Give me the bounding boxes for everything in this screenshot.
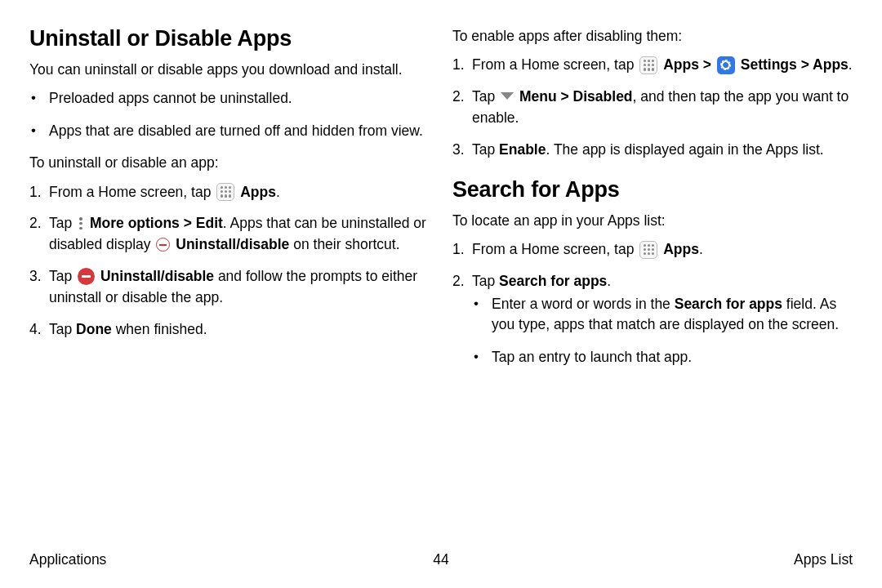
step-text: Tap: [49, 268, 76, 284]
step-text: Tap: [472, 273, 499, 289]
search-step-1: From a Home screen, tap Apps.: [472, 239, 853, 261]
step-text: From a Home screen, tap: [472, 56, 638, 73]
left-column: Uninstall or Disable Apps You can uninst…: [29, 26, 430, 379]
step-1: From a Home screen, tap Apps.: [49, 182, 430, 203]
search-apps-label: Search for apps: [499, 273, 607, 289]
manual-page: Uninstall or Disable Apps You can uninst…: [0, 0, 882, 588]
uninstall-disable-label: Uninstall/disable: [176, 236, 289, 252]
notes-list: Preloaded apps cannot be uninstalled. Ap…: [29, 88, 430, 141]
step-3: Tap Uninstall/disable and follow the pro…: [49, 266, 430, 309]
substep-enter-words: Enter a word or words in the Search for …: [492, 294, 853, 336]
search-substeps: Enter a word or words in the Search for …: [472, 294, 853, 368]
more-options-label: More options: [90, 215, 180, 231]
page-footer: Applications 44 Apps List: [29, 551, 853, 568]
menu-dropdown-icon: [501, 92, 514, 100]
apps-icon: [639, 241, 657, 259]
page-number: 44: [433, 551, 448, 568]
apps-label: Apps: [663, 241, 699, 257]
settings-label: Settings: [741, 56, 797, 73]
period: .: [849, 56, 853, 73]
chevron: >: [797, 56, 813, 73]
uninstall-disable-large-icon: [78, 268, 95, 285]
intro-paragraph: You can uninstall or disable apps you do…: [29, 60, 430, 80]
apps-icon: [639, 56, 657, 74]
enable-steps: From a Home screen, tap Apps > Settings …: [452, 55, 853, 161]
step-text: From a Home screen, tap: [49, 184, 215, 200]
two-column-layout: Uninstall or Disable Apps You can uninst…: [29, 26, 853, 379]
step-text: From a Home screen, tap: [472, 241, 638, 257]
more-options-icon: [78, 216, 84, 232]
step-text: when finished.: [112, 321, 207, 337]
footer-left: Applications: [29, 551, 106, 568]
period: .: [699, 241, 703, 257]
apps-label-bold: Apps: [813, 56, 849, 73]
note-disabled-hidden: Apps that are disabled are turned off an…: [49, 121, 430, 141]
substep-text: Enter a word or words in the: [492, 296, 675, 312]
apps-icon: [216, 183, 234, 201]
enable-step-1: From a Home screen, tap Apps > Settings …: [472, 55, 853, 76]
step-2: Tap More options > Edit. Apps that can b…: [49, 213, 430, 256]
menu-label: Menu: [519, 88, 557, 105]
substep-tap-entry: Tap an entry to launch that app.: [492, 347, 853, 368]
step-text: on their shortcut.: [289, 236, 399, 252]
step-text: Tap: [49, 321, 76, 337]
enable-step-3: Tap Enable. The app is displayed again i…: [472, 140, 853, 161]
step-4: Tap Done when finished.: [49, 319, 430, 341]
uninstall-disable-small-icon: [156, 238, 170, 252]
settings-icon: [717, 56, 735, 74]
right-column: To enable apps after disabling them: Fro…: [452, 26, 853, 379]
note-preloaded: Preloaded apps cannot be uninstalled.: [49, 88, 430, 109]
period: .: [607, 273, 611, 289]
heading-search-apps: Search for Apps: [452, 177, 853, 203]
step-text: Tap: [49, 215, 76, 231]
apps-label: Apps: [240, 184, 276, 200]
period: .: [276, 184, 280, 200]
done-label: Done: [76, 321, 112, 337]
edit-label: Edit: [196, 215, 223, 231]
disabled-label: Disabled: [573, 88, 633, 105]
heading-uninstall-disable: Uninstall or Disable Apps: [29, 26, 430, 51]
search-apps-label: Search for apps: [675, 296, 782, 312]
chevron: >: [180, 215, 196, 231]
step-text: . The app is displayed again in the Apps…: [546, 141, 823, 158]
chevron: >: [557, 88, 573, 105]
step-text: Tap: [472, 88, 499, 105]
enable-intro: To enable apps after disabling them:: [452, 26, 853, 47]
footer-right: Apps List: [794, 551, 853, 568]
apps-label: Apps: [663, 56, 699, 73]
step-text: Tap: [472, 141, 499, 158]
uninstall-steps: From a Home screen, tap Apps. Tap More o…: [29, 182, 430, 341]
enable-label: Enable: [499, 141, 546, 158]
search-steps: From a Home screen, tap Apps. Tap Search…: [452, 239, 853, 368]
search-step-2: Tap Search for apps. Enter a word or wor…: [472, 271, 853, 368]
locate-intro: To locate an app in your Apps list:: [452, 211, 853, 231]
chevron: >: [699, 56, 715, 73]
subhead-uninstall: To uninstall or disable an app:: [29, 153, 430, 173]
uninstall-disable-label: Uninstall/disable: [100, 268, 214, 284]
enable-step-2: Tap Menu > Disabled, and then tap the ap…: [472, 87, 853, 129]
